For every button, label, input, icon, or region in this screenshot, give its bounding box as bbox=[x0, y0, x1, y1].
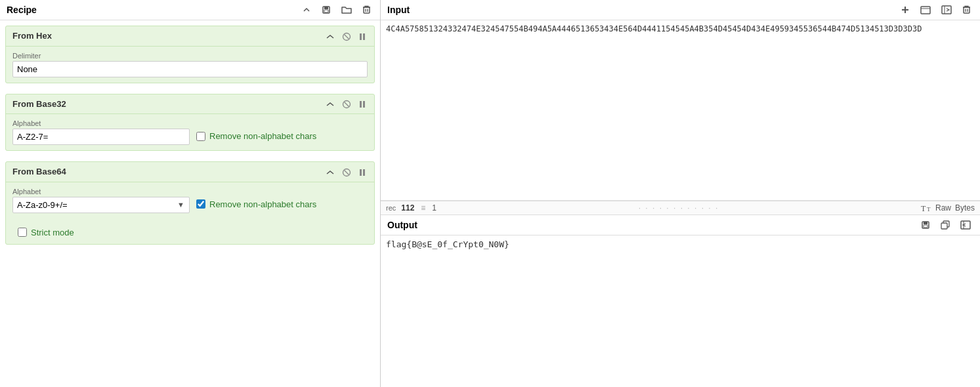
svg-rect-33 bbox=[941, 223, 947, 229]
base32-alphabet-label: Alphabet bbox=[12, 119, 190, 127]
svg-rect-1 bbox=[324, 7, 328, 9]
from-base64-disable-btn[interactable] bbox=[340, 166, 353, 178]
base32-alphabet-input[interactable] bbox=[12, 129, 190, 145]
from-hex-collapse-btn[interactable] bbox=[324, 30, 336, 41]
bytes-label[interactable]: Bytes bbox=[955, 203, 975, 213]
recipe-header-icons bbox=[299, 4, 373, 16]
svg-line-15 bbox=[345, 170, 349, 174]
input-transfer-button[interactable] bbox=[939, 4, 954, 16]
from-base32-pause-btn[interactable] bbox=[357, 98, 368, 110]
from-base64-pause-btn[interactable] bbox=[357, 166, 368, 177]
base32-remove-row: Remove non-alphabet chars bbox=[196, 131, 316, 141]
from-base32-title: From Base32 bbox=[12, 99, 324, 109]
from-hex-pause-btn[interactable] bbox=[357, 30, 368, 41]
svg-rect-24 bbox=[964, 7, 969, 13]
svg-rect-12 bbox=[360, 101, 362, 108]
recipe-panel: Recipe From Hex bbox=[0, 0, 381, 387]
strict-mode-label[interactable]: Strict mode bbox=[31, 228, 74, 237]
svg-rect-13 bbox=[363, 101, 365, 108]
from-hex-block: From Hex Delimiter bbox=[5, 26, 375, 83]
svg-rect-30 bbox=[924, 222, 927, 224]
output-save-button[interactable] bbox=[918, 219, 933, 231]
strict-mode-area: Strict mode bbox=[6, 218, 374, 244]
base32-remove-checkbox[interactable] bbox=[196, 132, 205, 141]
output-replace-button[interactable] bbox=[958, 219, 973, 231]
clear-recipe-button[interactable] bbox=[360, 4, 373, 16]
svg-rect-9 bbox=[363, 33, 365, 40]
output-copy-button[interactable] bbox=[938, 219, 952, 231]
output-value: flag{B@sE_0f_CrYpt0_N0W} bbox=[386, 239, 509, 249]
base64-remove-checkbox[interactable] bbox=[196, 199, 205, 209]
base64-alphabet-select[interactable]: A-Za-z0-9+/= bbox=[12, 197, 190, 213]
strict-mode-checkbox[interactable] bbox=[18, 228, 27, 237]
delimiter-input[interactable] bbox=[12, 61, 368, 77]
delimiter-label: Delimiter bbox=[12, 52, 368, 60]
svg-line-11 bbox=[345, 102, 349, 107]
from-base64-icons bbox=[324, 166, 368, 178]
base32-remove-label[interactable]: Remove non-alphabet chars bbox=[209, 131, 316, 141]
from-base64-collapse-btn[interactable] bbox=[324, 166, 336, 177]
from-hex-body: Delimiter bbox=[6, 47, 374, 83]
from-hex-icons bbox=[324, 30, 368, 42]
from-base32-disable-btn[interactable] bbox=[340, 98, 353, 110]
input-header: Input bbox=[381, 0, 980, 20]
recipe-title: Recipe bbox=[7, 5, 299, 15]
input-content-area[interactable] bbox=[381, 20, 980, 201]
from-base64-body: Alphabet A-Za-z0-9+/= ▼ Remove non-alpha… bbox=[6, 182, 374, 218]
text-format-icon: TT bbox=[921, 203, 931, 213]
load-recipe-button[interactable] bbox=[339, 4, 354, 16]
output-section: Output flag{B@sE_0f_CrYpt0_N0W} bbox=[381, 215, 980, 387]
svg-text:T: T bbox=[927, 206, 931, 213]
collapse-button[interactable] bbox=[299, 4, 314, 16]
strict-mode-row: Strict mode bbox=[18, 228, 362, 237]
from-hex-header: From Hex bbox=[6, 26, 374, 47]
from-base32-icons bbox=[324, 98, 368, 110]
svg-line-7 bbox=[345, 34, 349, 39]
svg-rect-16 bbox=[360, 169, 362, 176]
status-divider-icon: ≡ bbox=[421, 203, 425, 213]
input-window-button[interactable] bbox=[918, 5, 933, 16]
from-base32-body: Alphabet Remove non-alphabet chars bbox=[6, 114, 374, 150]
raw-label[interactable]: Raw bbox=[935, 203, 951, 213]
line-count: 1 bbox=[432, 203, 437, 213]
output-icons bbox=[918, 219, 973, 231]
output-content: flag{B@sE_0f_CrYpt0_N0W} bbox=[381, 235, 980, 387]
rec-count: 112 bbox=[401, 203, 414, 213]
from-hex-title: From Hex bbox=[12, 31, 324, 41]
svg-rect-31 bbox=[924, 225, 927, 228]
status-right: TT Raw Bytes bbox=[921, 203, 975, 213]
save-recipe-button[interactable] bbox=[319, 4, 333, 16]
base64-alphabet-label: Alphabet bbox=[12, 188, 190, 195]
input-header-icons bbox=[898, 4, 973, 16]
base64-remove-row: Remove non-alphabet chars bbox=[196, 199, 316, 209]
status-bar: rec 112 ≡ 1 · · · · · · · · · · · · TT R… bbox=[381, 201, 980, 215]
from-base32-header: From Base32 bbox=[6, 94, 374, 115]
base64-alphabet-select-wrap: A-Za-z0-9+/= ▼ bbox=[12, 197, 190, 213]
output-title: Output bbox=[387, 220, 918, 230]
from-hex-disable-btn[interactable] bbox=[340, 30, 353, 42]
svg-rect-2 bbox=[324, 10, 328, 12]
svg-rect-20 bbox=[921, 7, 930, 14]
input-textarea[interactable] bbox=[386, 24, 975, 201]
io-panel: Input rec 112 ≡ 1 · · · · bbox=[381, 0, 980, 387]
input-title: Input bbox=[387, 5, 898, 15]
svg-rect-8 bbox=[360, 33, 362, 40]
svg-rect-17 bbox=[363, 169, 365, 176]
rec-label: rec bbox=[386, 204, 396, 212]
dots-area: · · · · · · · · · · · · bbox=[442, 203, 916, 213]
svg-rect-3 bbox=[364, 7, 370, 13]
from-base32-collapse-btn[interactable] bbox=[324, 98, 336, 110]
input-clear-button[interactable] bbox=[960, 4, 973, 16]
from-base64-block: From Base64 Alphabet A-Za-z0-9+/= bbox=[5, 161, 375, 245]
from-base64-title: From Base64 bbox=[12, 167, 324, 176]
output-header: Output bbox=[381, 215, 980, 235]
input-add-button[interactable] bbox=[898, 4, 912, 16]
from-base64-header: From Base64 bbox=[6, 162, 374, 182]
recipe-header: Recipe bbox=[0, 0, 380, 20]
base64-remove-label[interactable]: Remove non-alphabet chars bbox=[209, 199, 316, 209]
from-base32-block: From Base32 Alphabet Remove non-al bbox=[5, 94, 375, 152]
svg-text:T: T bbox=[921, 204, 926, 213]
